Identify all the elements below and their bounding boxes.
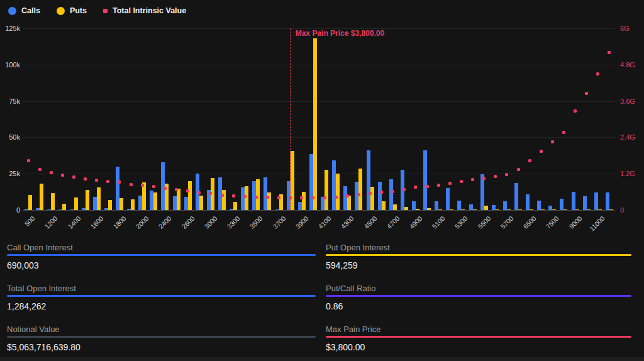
put-bar[interactable]	[541, 209, 545, 210]
intrinsic-value-dot[interactable]	[300, 196, 303, 199]
intrinsic-value-dot[interactable]	[357, 193, 360, 196]
intrinsic-value-dot[interactable]	[152, 185, 155, 188]
intrinsic-value-dot[interactable]	[84, 177, 87, 181]
put-bar[interactable]	[131, 199, 135, 210]
intrinsic-value-dot[interactable]	[95, 179, 98, 182]
intrinsic-value-dot[interactable]	[517, 168, 520, 171]
put-bar[interactable]	[358, 169, 362, 210]
put-bar[interactable]	[393, 204, 397, 210]
call-bar[interactable]	[537, 201, 541, 210]
put-bar[interactable]	[416, 209, 419, 210]
put-bar[interactable]	[473, 209, 477, 210]
intrinsic-value-dot[interactable]	[482, 177, 486, 180]
call-bar[interactable]	[560, 199, 564, 210]
intrinsic-value-dot[interactable]	[562, 131, 565, 134]
legend-item-intrinsic[interactable]: Total Intrinsic Value	[103, 6, 186, 15]
intrinsic-value-dot[interactable]	[277, 196, 280, 199]
call-bar[interactable]	[572, 192, 575, 210]
intrinsic-value-dot[interactable]	[130, 183, 133, 186]
intrinsic-value-dot[interactable]	[391, 190, 394, 193]
intrinsic-value-dot[interactable]	[596, 72, 599, 75]
call-bar[interactable]	[594, 192, 598, 210]
put-bar[interactable]	[62, 204, 66, 210]
call-bar[interactable]	[423, 150, 427, 210]
legend-item-puts[interactable]: Puts	[57, 6, 87, 15]
intrinsic-value-dot[interactable]	[380, 191, 383, 194]
put-bar[interactable]	[313, 38, 317, 210]
put-bar[interactable]	[188, 181, 192, 210]
legend-item-calls[interactable]: Calls	[8, 6, 40, 15]
put-bar[interactable]	[587, 209, 591, 210]
put-bar[interactable]	[530, 209, 533, 210]
intrinsic-value-dot[interactable]	[232, 194, 235, 197]
intrinsic-value-dot[interactable]	[369, 192, 372, 195]
intrinsic-value-dot[interactable]	[186, 189, 189, 192]
put-bar[interactable]	[108, 200, 112, 210]
put-bar[interactable]	[450, 209, 453, 210]
put-bar[interactable]	[347, 196, 351, 210]
put-bar[interactable]	[119, 198, 123, 210]
call-bar[interactable]	[514, 183, 518, 210]
put-bar[interactable]	[518, 209, 522, 210]
intrinsic-value-dot[interactable]	[551, 140, 554, 143]
put-bar[interactable]	[256, 179, 260, 210]
intrinsic-value-dot[interactable]	[118, 181, 121, 184]
intrinsic-value-dot[interactable]	[255, 196, 258, 199]
put-bar[interactable]	[86, 190, 89, 210]
intrinsic-value-dot[interactable]	[197, 191, 201, 194]
put-bar[interactable]	[598, 209, 602, 210]
intrinsic-value-dot[interactable]	[528, 159, 531, 162]
intrinsic-value-dot[interactable]	[402, 188, 406, 191]
intrinsic-value-dot[interactable]	[471, 178, 474, 181]
put-bar[interactable]	[427, 208, 431, 210]
put-bar[interactable]	[74, 197, 78, 210]
call-bar[interactable]	[583, 196, 587, 210]
intrinsic-value-dot[interactable]	[346, 194, 349, 197]
put-bar[interactable]	[575, 209, 579, 210]
intrinsic-value-dot[interactable]	[175, 188, 178, 191]
put-bar[interactable]	[370, 187, 374, 210]
intrinsic-value-dot[interactable]	[494, 175, 497, 178]
intrinsic-value-dot[interactable]	[505, 173, 508, 176]
intrinsic-value-dot[interactable]	[414, 186, 417, 189]
put-bar[interactable]	[404, 207, 408, 210]
intrinsic-value-dot[interactable]	[574, 109, 577, 113]
intrinsic-value-dot[interactable]	[460, 180, 463, 183]
put-bar[interactable]	[291, 151, 294, 210]
call-bar[interactable]	[446, 188, 450, 210]
put-bar[interactable]	[438, 209, 442, 210]
intrinsic-value-dot[interactable]	[61, 174, 64, 177]
put-bar[interactable]	[177, 189, 180, 210]
put-bar[interactable]	[199, 196, 203, 210]
intrinsic-value-dot[interactable]	[335, 196, 338, 199]
call-bar[interactable]	[606, 192, 609, 210]
intrinsic-value-dot[interactable]	[72, 175, 75, 179]
put-bar[interactable]	[496, 209, 499, 210]
put-bar[interactable]	[484, 206, 488, 210]
put-bar[interactable]	[564, 209, 567, 210]
put-bar[interactable]	[153, 192, 157, 210]
put-bar[interactable]	[97, 187, 101, 210]
intrinsic-value-dot[interactable]	[323, 196, 326, 199]
intrinsic-value-dot[interactable]	[50, 171, 53, 174]
intrinsic-value-dot[interactable]	[27, 159, 30, 162]
put-bar[interactable]	[507, 209, 511, 210]
intrinsic-value-dot[interactable]	[608, 51, 611, 54]
put-bar[interactable]	[302, 192, 306, 210]
intrinsic-value-dot[interactable]	[585, 92, 588, 95]
intrinsic-value-dot[interactable]	[38, 168, 42, 171]
put-bar[interactable]	[336, 174, 340, 210]
put-bar[interactable]	[51, 193, 55, 210]
intrinsic-value-dot[interactable]	[106, 180, 109, 183]
intrinsic-value-dot[interactable]	[164, 187, 167, 190]
intrinsic-value-dot[interactable]	[243, 195, 247, 198]
intrinsic-value-dot[interactable]	[540, 150, 543, 153]
put-bar[interactable]	[233, 202, 237, 210]
call-bar[interactable]	[526, 194, 530, 210]
intrinsic-value-dot[interactable]	[266, 196, 269, 199]
put-bar[interactable]	[552, 209, 556, 210]
put-bar[interactable]	[222, 190, 226, 210]
intrinsic-value-dot[interactable]	[141, 184, 144, 187]
put-bar[interactable]	[325, 170, 328, 210]
put-bar[interactable]	[28, 195, 32, 210]
